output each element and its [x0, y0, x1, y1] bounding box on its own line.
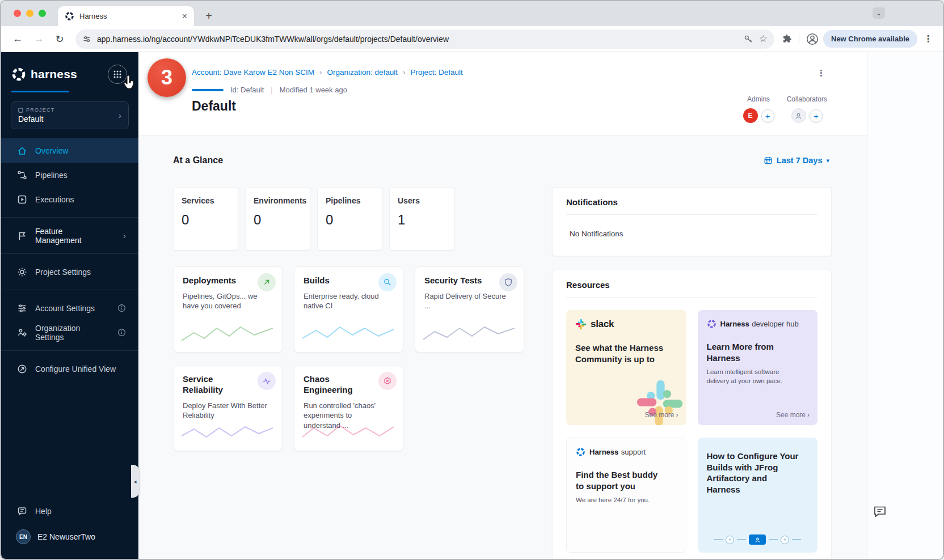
info-icon[interactable]	[117, 328, 126, 337]
at-a-glance-title: At a Glance	[173, 155, 223, 166]
security-shield-icon	[499, 273, 517, 291]
date-range-selector[interactable]: Last 7 Days ▾	[764, 156, 829, 165]
slack-card-heading: See what the Harness Community is up to	[575, 342, 666, 364]
info-icon[interactable]	[117, 304, 126, 312]
sidebar-item-feature-management[interactable]: Feature Management ›	[1, 223, 138, 248]
add-collaborator-button[interactable]: +	[810, 109, 823, 122]
sidebar-collapse-handle[interactable]: ◂	[131, 465, 139, 498]
sidebar-item-configure-unified-view[interactable]: Configure Unified View	[1, 357, 138, 381]
admins-label: Admins	[747, 95, 770, 103]
page-title: Default	[192, 99, 827, 114]
stat-card-environments[interactable]: Environments 0	[245, 187, 310, 251]
admin-avatar[interactable]: E	[743, 108, 758, 123]
module-card-builds[interactable]: Builds Enterprise ready, cloud native CI	[294, 266, 403, 353]
sidebar-item-project-settings[interactable]: Project Settings	[1, 260, 138, 284]
support-brand-suffix: support	[621, 448, 646, 456]
sidebar-nav: Overview Pipelines Executions	[1, 138, 138, 211]
page-options-kebab-icon[interactable]: ⋮	[817, 68, 826, 78]
password-key-icon[interactable]	[743, 34, 753, 44]
module-card-security-tests[interactable]: Security Tests Rapid Delivery of Secure …	[415, 266, 524, 353]
breadcrumb: Account: Dave Karow E2 Non SCIM › Organi…	[192, 68, 827, 77]
module-card-chaos-engineering[interactable]: Chaos Engineering Run controlled 'chaos'…	[294, 365, 403, 451]
support-brand-prefix: Harness	[589, 448, 618, 456]
window-controls	[14, 10, 46, 17]
service-reliability-icon	[258, 372, 276, 390]
modules-grid: Deployments Pipelines, GitOps... we have…	[173, 266, 524, 451]
stat-card-users[interactable]: Users 1	[389, 187, 454, 251]
overview-body: At a Glance Last 7 Days ▾ Services 0	[138, 136, 867, 559]
harness-support-logo-icon	[576, 447, 585, 457]
builds-icon	[378, 273, 397, 291]
chaos-engineering-icon	[378, 372, 397, 390]
decorative-wave	[302, 324, 394, 345]
devhub-brand-prefix: Harness	[720, 320, 749, 328]
devhub-see-more-link[interactable]: See more›	[776, 411, 810, 419]
back-button[interactable]: ←	[9, 31, 26, 48]
harness-logo-text: harness	[31, 67, 77, 81]
breadcrumb-account-link[interactable]: Account: Dave Karow E2 Non SCIM	[192, 68, 314, 77]
zoom-window-button[interactable]	[39, 10, 46, 17]
resource-card-developer-hub[interactable]: Harness developer hub Learn More from Ha…	[698, 310, 818, 425]
divider	[1, 253, 138, 254]
harness-logo[interactable]: harness	[11, 67, 77, 82]
new-tab-button[interactable]: +	[201, 8, 217, 24]
help-chat-button[interactable]	[873, 504, 887, 519]
devhub-brand-suffix: developer hub	[752, 320, 798, 328]
right-rail	[867, 52, 943, 559]
resource-card-support[interactable]: Harness support Find the Best buddy to s…	[566, 438, 686, 553]
harness-logo-icon	[11, 67, 26, 82]
person-icon	[795, 112, 802, 120]
close-window-button[interactable]	[14, 10, 21, 17]
divider: |	[271, 86, 272, 94]
extensions-icon[interactable]	[782, 33, 793, 44]
sidebar-item-executions[interactable]: Executions	[1, 187, 138, 211]
collaborator-avatar[interactable]	[791, 108, 806, 123]
chrome-menu-icon[interactable]: ⋮	[921, 33, 935, 44]
sidebar-item-organization-settings[interactable]: Organization Settings	[1, 320, 138, 345]
reload-button[interactable]: ↻	[51, 31, 68, 48]
resource-card-slack[interactable]: slack See what the Harness Community is …	[566, 310, 686, 425]
url-text[interactable]: app.harness.io/ng/account/YWdkwNPiTceDUK…	[97, 35, 738, 44]
tab-strip: Harness × + ⌄	[1, 1, 943, 26]
tab-overflow-button[interactable]: ⌄	[873, 7, 885, 19]
sidebar-item-account-settings[interactable]: Account Settings	[1, 296, 138, 320]
sidebar: harness PROJECT Default	[1, 52, 138, 559]
user-profile[interactable]: EN E2 NewuserTwo	[1, 523, 138, 550]
harness-app: harness PROJECT Default	[1, 52, 943, 559]
annotation-step-badge: 3	[148, 58, 186, 97]
tab-close-icon[interactable]: ×	[182, 12, 187, 21]
stat-card-pipelines[interactable]: Pipelines 0	[317, 187, 382, 251]
decorative-wave	[182, 324, 273, 345]
module-card-deployments[interactable]: Deployments Pipelines, GitOps... we have…	[173, 266, 283, 353]
address-bar[interactable]: app.harness.io/ng/account/YWdkwNPiTceDUK…	[75, 29, 774, 49]
slack-see-more-link[interactable]: See more›	[644, 411, 678, 419]
profile-icon[interactable]	[806, 32, 819, 46]
project-selector[interactable]: PROJECT Default ›	[11, 101, 129, 129]
breadcrumb-org-link[interactable]: Organization: default	[327, 68, 398, 77]
slack-brand-text: slack	[591, 319, 614, 330]
module-card-service-reliability[interactable]: Service Reliability Deploy Faster With B…	[173, 365, 283, 451]
minimize-window-button[interactable]	[26, 10, 33, 17]
logo-accent-line	[11, 91, 69, 92]
add-admin-button[interactable]: +	[761, 109, 774, 122]
feature-flags-icon	[17, 231, 27, 241]
breadcrumb-project-link[interactable]: Project: Default	[410, 68, 462, 77]
site-settings-icon[interactable]	[82, 35, 91, 44]
hand-cursor-icon	[119, 74, 137, 92]
user-name: E2 NewuserTwo	[37, 532, 95, 541]
home-icon	[17, 146, 27, 156]
forward-button[interactable]: →	[30, 31, 47, 48]
decorative-wave	[302, 422, 394, 444]
divider	[1, 350, 138, 351]
sidebar-item-pipelines[interactable]: Pipelines	[1, 163, 138, 187]
stat-card-services[interactable]: Services 0	[173, 187, 238, 251]
bookmark-star-icon[interactable]: ☆	[759, 33, 768, 45]
sidebar-item-overview[interactable]: Overview	[1, 138, 138, 163]
browser-tab[interactable]: Harness ×	[58, 6, 194, 26]
sidebar-item-help[interactable]: Help	[1, 499, 138, 523]
chevron-right-icon: ›	[676, 411, 678, 419]
resource-card-jfrog[interactable]: How to Configure Your Builds with JFrog …	[698, 438, 818, 553]
modified-timestamp: Modified 1 week ago	[280, 86, 347, 94]
project-icon	[18, 108, 23, 113]
chrome-update-pill[interactable]: New Chrome available	[823, 30, 917, 48]
